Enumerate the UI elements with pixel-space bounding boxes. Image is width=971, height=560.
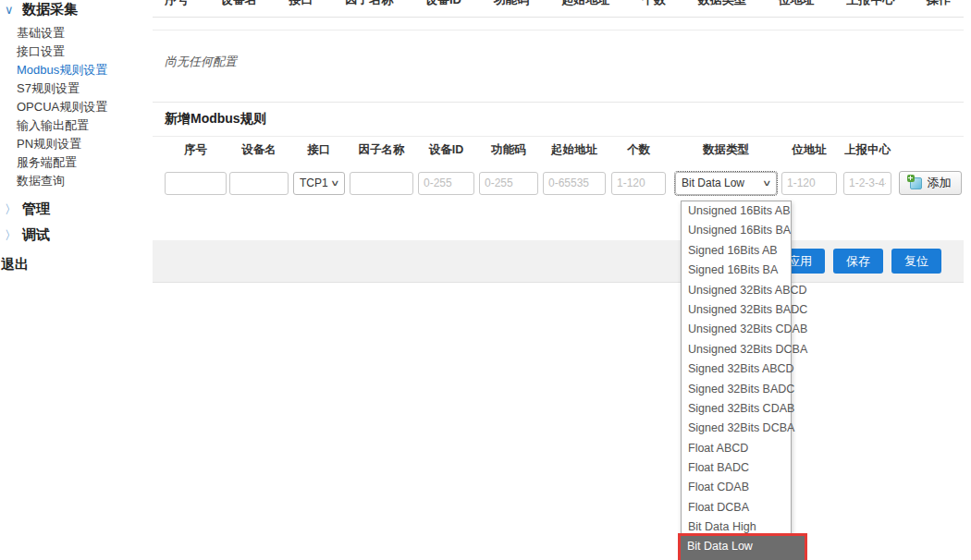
col-data-type: 数据类型: [675, 142, 777, 158]
main-content: 序号 设备名 接口 因子名称 设备ID 功能码 起始地址 个数 数据类型 位地址…: [153, 0, 971, 560]
clipped-table-header: 序号 设备名 接口 因子名称 设备ID 功能码 起始地址 个数 数据类型 位地址…: [153, 0, 964, 18]
col-start-address: 起始地址: [543, 142, 606, 158]
sidebar-item-interface-settings[interactable]: 接口设置: [17, 43, 153, 61]
dropdown-option[interactable]: Signed 32Bits CDAB: [682, 399, 791, 419]
empty-config-message: 尚无任何配置: [153, 30, 964, 70]
sidebar-group-debug[interactable]: 〉调试: [0, 225, 153, 246]
sidebar-exit[interactable]: 退出: [0, 256, 153, 274]
col-bit-address: 位地址: [781, 142, 837, 158]
data-type-dropdown-list: Unsigned 16Bits AB Unsigned 16Bits BA Si…: [681, 201, 792, 560]
clipped-col: 位地址: [778, 0, 814, 8]
chevron-down-icon: ∨: [762, 178, 772, 188]
reset-button[interactable]: 复位: [891, 249, 941, 274]
sidebar-item-server-config[interactable]: 服务端配置: [17, 153, 153, 172]
sidebar-item-pn-rules[interactable]: PN规则设置: [17, 135, 153, 153]
device-id-input[interactable]: [418, 172, 474, 195]
col-device-id: 设备ID: [418, 142, 474, 158]
clipped-col: 起始地址: [561, 0, 609, 8]
dropdown-option[interactable]: Signed 32Bits DCBA: [682, 419, 791, 438]
add-page-icon: [910, 177, 922, 189]
dropdown-option[interactable]: Signed 32Bits BADC: [682, 380, 791, 399]
dropdown-option-bit-data-low[interactable]: Bit Data Low: [678, 533, 807, 560]
footer-action-bar: 保存&应用 保存 复位: [153, 240, 964, 283]
dropdown-option[interactable]: Unsigned 32Bits CDAB: [682, 320, 791, 339]
col-count: 个数: [611, 142, 666, 158]
count-input[interactable]: [611, 172, 666, 195]
dropdown-option[interactable]: Float DCBA: [682, 498, 791, 517]
interface-select[interactable]: TCP1∨: [293, 172, 345, 195]
clipped-col: 设备ID: [425, 0, 461, 8]
sidebar: ∨数据采集 基础设置 接口设置 Modbus规则设置 S7规则设置 OPCUA规…: [0, 0, 153, 274]
sidebar-item-basic-settings[interactable]: 基础设置: [17, 24, 153, 43]
clipped-col: 上报中心: [846, 0, 894, 8]
data-type-select[interactable]: Bit Data Low∨: [675, 172, 777, 195]
clipped-col: 设备名: [221, 0, 257, 8]
clipped-col: 接口: [289, 0, 313, 8]
dropdown-option[interactable]: Signed 32Bits ABCD: [682, 359, 791, 379]
dropdown-option[interactable]: Signed 16Bits AB: [682, 241, 791, 261]
chevron-down-icon: ∨: [2, 3, 22, 17]
clipped-col: 个数: [642, 0, 666, 8]
sidebar-group-data-collection[interactable]: ∨数据采集: [0, 0, 153, 20]
save-button[interactable]: 保存: [833, 249, 883, 274]
dropdown-option[interactable]: Signed 16Bits BA: [682, 261, 791, 280]
add-modbus-rule-panel: 新增Modbus规则: [153, 102, 964, 137]
col-function-code: 功能码: [479, 142, 538, 158]
interface-select-value: TCP1: [300, 177, 328, 189]
sidebar-item-s7-rules[interactable]: S7规则设置: [17, 79, 153, 98]
clipped-col: 序号: [165, 0, 189, 8]
col-factor-name: 因子名称: [350, 142, 413, 158]
sidebar-group-management[interactable]: 〉管理: [0, 200, 153, 220]
col-device-name: 设备名: [229, 142, 289, 158]
seq-input[interactable]: [165, 172, 227, 195]
sidebar-submenu: 基础设置 接口设置 Modbus规则设置 S7规则设置 OPCUA规则设置 输入…: [0, 20, 153, 194]
sidebar-group-label: 数据采集: [22, 1, 78, 17]
sidebar-item-modbus-rules[interactable]: Modbus规则设置: [17, 61, 153, 79]
dropdown-option[interactable]: Unsigned 32Bits DCBA: [682, 340, 791, 359]
bit-address-input[interactable]: [781, 172, 837, 195]
function-code-input[interactable]: [479, 172, 538, 195]
sidebar-group-label: 调试: [22, 226, 50, 242]
add-rule-form-row: TCP1∨ Bit Data Low∨ 添加: [165, 171, 962, 195]
sidebar-item-opcua-rules[interactable]: OPCUA规则设置: [17, 98, 153, 116]
col-report-center: 上报中心: [843, 142, 891, 158]
data-type-select-value: Bit Data Low: [682, 177, 744, 189]
col-seq: 序号: [165, 142, 227, 158]
sidebar-item-io-config[interactable]: 输入输出配置: [17, 116, 153, 135]
chevron-down-icon: ∨: [330, 178, 340, 188]
dropdown-option[interactable]: Float ABCD: [682, 439, 791, 458]
col-interface: 接口: [293, 142, 345, 158]
add-button-label: 添加: [928, 175, 952, 191]
dropdown-option[interactable]: Unsigned 32Bits BADC: [682, 300, 791, 320]
clipped-col: 因子名称: [345, 0, 393, 8]
clipped-col: 操作: [927, 0, 951, 8]
report-center-input[interactable]: [843, 172, 891, 195]
form-column-headers: 序号 设备名 接口 因子名称 设备ID 功能码 起始地址 个数 数据类型 位地址…: [165, 139, 891, 161]
dropdown-option[interactable]: Float CDAB: [682, 478, 791, 497]
dropdown-option[interactable]: Unsigned 32Bits ABCD: [682, 281, 791, 300]
chevron-right-icon: 〉: [2, 201, 22, 218]
dropdown-option[interactable]: Float BADC: [682, 458, 791, 478]
clipped-col: 数据类型: [698, 0, 746, 8]
clipped-col: 功能码: [494, 0, 530, 8]
dropdown-option[interactable]: Unsigned 16Bits AB: [682, 201, 791, 221]
existing-rules-section: 尚无任何配置: [153, 30, 964, 70]
dropdown-option[interactable]: Unsigned 16Bits BA: [682, 221, 791, 240]
sidebar-group-label: 管理: [22, 201, 50, 216]
panel-title: 新增Modbus规则: [153, 103, 964, 137]
start-address-input[interactable]: [543, 172, 606, 195]
sidebar-item-data-query[interactable]: 数据查询: [17, 172, 153, 190]
factor-name-input[interactable]: [350, 172, 413, 195]
add-button[interactable]: 添加: [899, 171, 962, 195]
device-name-input[interactable]: [229, 172, 289, 195]
chevron-right-icon: 〉: [2, 227, 22, 244]
